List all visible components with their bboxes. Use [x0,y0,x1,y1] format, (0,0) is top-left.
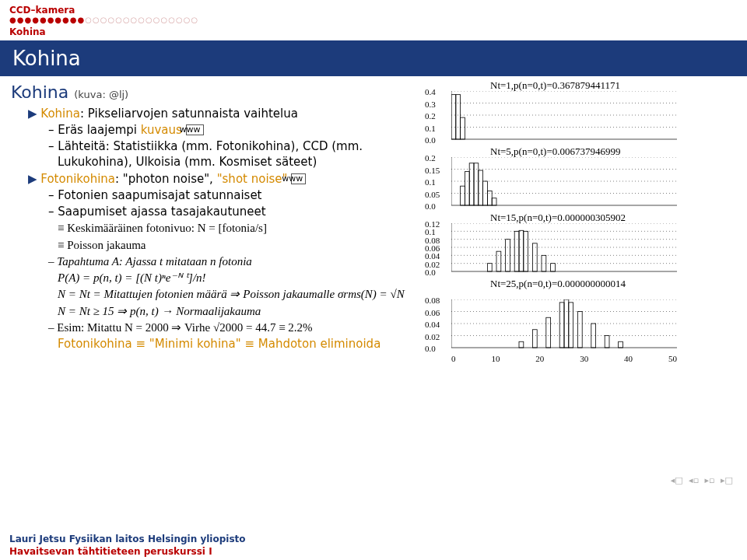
bullet-1-sub1: – Eräs laajempi kuvaus www [48,122,416,138]
footer-course: Havaitsevan tähtitieteen peruskurssi I [9,546,738,557]
bullet-2-sub9: – Esim: Mitattu N = 2000 ⇒ Virhe √2000 =… [48,320,416,335]
x-tick: 30 [580,354,588,363]
y-tick: 0.2 [425,112,436,121]
bullet-2-term: Fotonikohina [40,172,115,186]
nav-fwd-slide-icon[interactable]: ▸▫ [705,475,715,485]
bullet-1-sub1-link: kuvaus [141,123,182,137]
y-tick: 0.08 [425,236,440,245]
y-tick: 0.04 [425,252,440,261]
y-tick: 0.04 [425,320,440,329]
chart-title: Nt=25,p(n=0,t)=0.000000000014 [490,278,626,290]
footer-dept: Fysiikan laitos [69,534,145,544]
svg-rect-29 [519,230,524,271]
svg-rect-46 [605,336,609,348]
svg-rect-14 [474,163,479,205]
triangle-icon: ▶ [28,107,37,121]
x-tick: 20 [535,354,544,363]
x-tick: 50 [668,354,677,363]
footer-uni: Helsingin yliopisto [148,534,246,544]
subtitle-text: Kohina [11,82,68,102]
nav-back-section-icon[interactable]: ◂□ [671,475,683,485]
y-tick: 0.0 [425,202,436,211]
svg-rect-41 [559,303,564,348]
svg-rect-5 [456,95,461,139]
y-tick: 0.4 [425,88,436,96]
svg-rect-40 [546,317,551,348]
y-tick: 0.3 [425,100,436,109]
chart-column: Nt=1,p(n=0,t)=0.3678794411710.00.10.20.3… [416,81,736,532]
chart-plot [451,91,677,141]
svg-rect-15 [479,170,483,205]
svg-rect-42 [564,299,569,348]
y-tick: 0.15 [425,166,440,175]
svg-rect-33 [551,264,556,271]
bullet-2-sub1: – Fotonien saapumisajat satunnaiset [48,187,416,203]
chart-title: Nt=15,p(n=0,t)=0.000000305902 [490,212,626,224]
content-area: Kohina (kuva: @lj) ▶ Kohina: Pikseliarvo… [0,76,747,532]
footer-author: Lauri Jetsu [9,534,66,544]
www-badge[interactable]: www [291,173,306,184]
svg-rect-16 [483,181,488,205]
bullet-2-sub5: – Tapahtuma A: Ajassa t mitataan n foton… [48,254,416,269]
bullet-2-eq3: N = Nt ≥ 15 ⇒ p(n, t) → Normaalijakauma [58,303,416,319]
bullet-1-term: Kohina [40,107,80,121]
nav-fwd-section-icon[interactable]: ▸□ [721,475,733,485]
mini-chart-2: Nt=15,p(n=0,t)=0.0000003059020.00.020.04… [420,213,736,279]
y-tick: 0.0 [425,268,436,277]
svg-rect-11 [461,186,465,205]
bullet-1-sub1-a: – Eräs laajempi [48,123,137,137]
svg-rect-43 [569,303,573,348]
triangle-icon: ▶ [28,172,37,186]
y-tick: 0.02 [425,333,440,341]
bullet-1: ▶ Kohina: Pikseliarvojen satunnaista vai… [28,106,416,121]
chart-plot [451,223,677,273]
chart-plot [451,299,677,349]
slide: CCD–kamera ●●●●●●●●●●○○○○○○○○○○○○○○○ Koh… [0,0,747,560]
subtitle-attr: (kuva: @lj) [74,89,128,100]
mini-chart-0: Nt=1,p(n=0,t)=0.3678794411710.00.10.20.3… [420,81,736,147]
nav-back-slide-icon[interactable]: ◂▫ [689,475,699,485]
bullet-3: Fotonikohina ≡ "Minimi kohina" ≡ Mahdoto… [58,336,416,352]
y-tick: 0.08 [425,296,440,305]
y-tick: 0.06 [425,309,440,317]
y-tick: 0.1 [425,178,436,187]
bullet-1-sub2: – Lähteitä: Statistiikka (mm. Fotonikohi… [48,138,416,170]
chart-stack: Nt=1,p(n=0,t)=0.3678794411710.00.10.20.3… [420,81,736,355]
progress-filled: ●●●●●●●●●● [9,16,85,24]
y-tick: 0.12 [425,220,440,229]
svg-rect-26 [496,251,501,271]
svg-rect-6 [461,117,465,139]
y-tick: 0.1 [425,124,436,133]
svg-rect-31 [532,243,537,271]
svg-rect-47 [619,341,623,348]
x-ticks: 01020304050 [451,354,677,363]
nav-icons: ◂□ ◂▫ ▸▫ ▸□ [668,475,733,485]
y-tick: 0.06 [425,244,440,253]
www-badge[interactable]: www [186,124,204,135]
slide-subtitle: Kohina (kuva: @lj) [11,81,416,104]
bullet-2-sub4: ≡ Poisson jakauma [58,237,416,253]
y-tick: 0.1 [425,228,436,236]
title-bar: Kohina [0,40,747,76]
x-tick: 10 [491,354,500,363]
svg-rect-13 [469,163,474,205]
svg-rect-25 [487,264,492,271]
chart-title: Nt=5,p(n=0,t)=0.006737946999 [490,145,621,158]
bullet-2-eq2: N = Nt = Mitattujen fotonien määrä ⇒ Poi… [58,286,416,302]
y-tick: 0.0 [425,136,436,145]
bullet-2-link: "shot noise" [217,172,288,186]
bullet-2-eq1: P(A) = p(n, t) = [(N t)ⁿe⁻ᴺ ᵗ]/n! [58,270,416,285]
svg-rect-4 [451,95,456,139]
mini-chart-3: Nt=25,p(n=0,t)=0.0000000000140.00.020.04… [420,279,736,355]
svg-rect-39 [532,330,537,348]
svg-rect-12 [465,172,469,205]
bullet-2: ▶ Fotonikohina: "photon noise", "shot no… [28,171,416,187]
y-tick: 0.0 [425,345,436,353]
bullet-2-sub3: ≡ Keskimääräinen fotonivuo: N = [fotonia… [58,220,416,236]
bullet-2-mid: : "photon noise", [115,172,213,186]
chart-title: Nt=1,p(n=0,t)=0.367879441171 [490,79,620,92]
subsection-header: Kohina [0,26,747,40]
progress-dots: ●●●●●●●●●●○○○○○○○○○○○○○○○ [0,17,747,26]
bullet-1-rest: : Pikseliarvojen satunnaista vaihtelua [80,107,298,121]
svg-rect-28 [514,231,519,271]
